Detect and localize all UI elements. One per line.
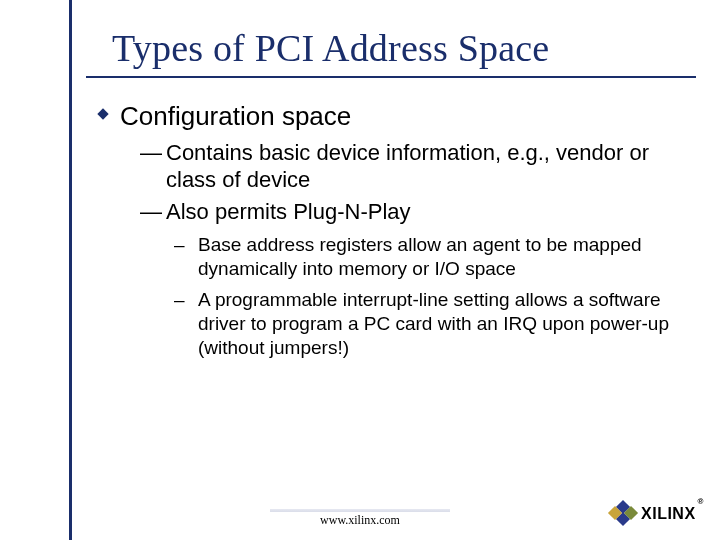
bullet-level3-text: A programmable interrupt-line setting al… (198, 288, 686, 361)
bullet-level2: — Also permits Plug-N-Play (140, 198, 686, 226)
bullet-level3-text: Base address registers allow an agent to… (198, 233, 686, 282)
endash-bullet-icon: – (174, 233, 198, 257)
bullet-level3: – Base address registers allow an agent … (174, 233, 686, 282)
bullet-level2-text: Contains basic device information, e.g.,… (166, 139, 686, 194)
endash-bullet-icon: – (174, 288, 198, 312)
slide: Types of PCI Address Space Configuration… (0, 0, 720, 540)
xilinx-logo: XILINX® (609, 502, 702, 526)
slide-body: Configuration space — Contains basic dev… (96, 100, 686, 367)
bullet-level3-group: – Base address registers allow an agent … (174, 233, 686, 361)
left-accent-bar (0, 0, 72, 540)
bullet-level2-text: Also permits Plug-N-Play (166, 198, 411, 226)
bullet-level2: — Contains basic device information, e.g… (140, 139, 686, 194)
xilinx-logo-text: XILINX® (641, 505, 702, 523)
registered-mark-icon: ® (698, 497, 704, 506)
logo-text-value: XILINX (641, 505, 696, 522)
diamond-bullet-icon (96, 107, 110, 121)
title-underline (86, 76, 696, 78)
footer-divider (270, 509, 450, 512)
bullet-level3: – A programmable interrupt-line setting … (174, 288, 686, 361)
bullet-level1: Configuration space (96, 100, 686, 133)
emdash-bullet-icon: — (140, 198, 166, 226)
bullet-level2-group: — Contains basic device information, e.g… (140, 139, 686, 226)
bullet-level1-text: Configuration space (120, 100, 351, 133)
slide-title: Types of PCI Address Space (112, 26, 672, 70)
xilinx-logo-icon (609, 502, 637, 526)
emdash-bullet-icon: — (140, 139, 166, 167)
svg-rect-0 (97, 108, 108, 119)
